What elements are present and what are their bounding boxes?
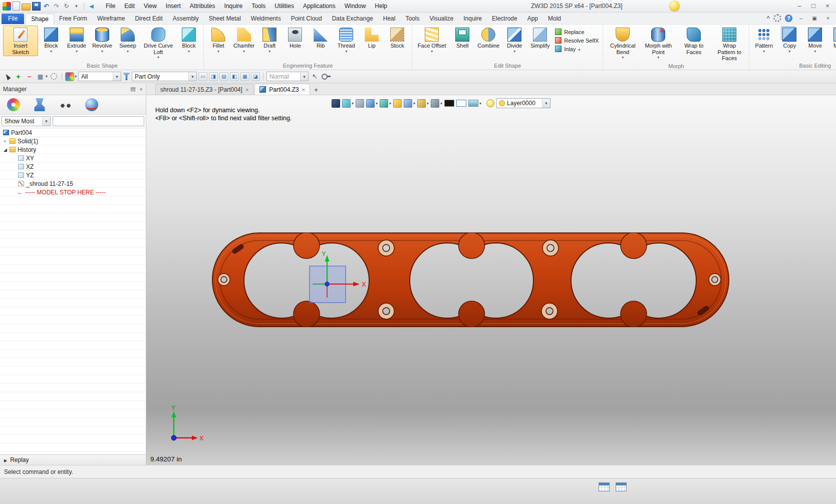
tree-item[interactable]: Part004	[0, 128, 146, 137]
sphere-icon[interactable]	[85, 98, 98, 111]
stamp-icon[interactable]	[33, 98, 46, 111]
dropdown-caret-icon[interactable]	[75, 74, 77, 79]
ribbon-tab-inquire[interactable]: Inquire	[458, 14, 487, 24]
ribbon-tab-electrode[interactable]: Electrode	[487, 14, 522, 24]
tree-item[interactable]: ←----- MODEL STOP HERE -----	[0, 188, 146, 196]
menu-view[interactable]: View	[140, 1, 161, 11]
color-filter-icon[interactable]	[65, 72, 74, 81]
viewport[interactable]: Y X Y X Hold down <F2> for dyna	[146, 95, 836, 465]
dropdown-caret-icon[interactable]	[814, 50, 816, 54]
maximize-button[interactable]: □	[807, 1, 820, 10]
dropdown-caret-icon[interactable]	[622, 56, 624, 60]
dropdown-caret-icon[interactable]	[300, 72, 308, 81]
cylindrical-bend-button[interactable]: Cylindrical Bend	[605, 26, 640, 61]
panel-menu-icon[interactable]: ▤	[130, 86, 135, 92]
extrude-button[interactable]: Extrude	[64, 26, 89, 55]
pick-arrow-icon[interactable]: ↖	[310, 72, 320, 81]
menu-edit[interactable]: Edit	[120, 1, 139, 11]
new-file-icon[interactable]	[13, 2, 20, 11]
rib-button[interactable]: Rib	[308, 26, 333, 50]
pattern-button[interactable]: Pattern	[751, 26, 776, 55]
dropdown-caret-icon[interactable]	[46, 74, 48, 79]
dropdown-caret-icon[interactable]	[763, 50, 765, 54]
lasso-icon[interactable]	[49, 72, 59, 81]
snap-plane-icon[interactable]: ▭	[198, 72, 207, 81]
close-button[interactable]: ×	[823, 15, 833, 22]
ribbon-tab-data-exchange[interactable]: Data Exchange	[327, 14, 378, 24]
block-button[interactable]: Block	[39, 26, 64, 55]
chamfer-button[interactable]: Chamfer	[231, 26, 256, 55]
dropdown-caret-icon[interactable]	[72, 2, 81, 11]
dropdown-caret-icon[interactable]	[413, 101, 415, 106]
tree-item[interactable]: _shroud 11-27-15	[0, 179, 146, 188]
ribbon-tab-app[interactable]: App	[522, 14, 543, 24]
table-icon[interactable]	[599, 482, 610, 491]
block-button[interactable]: Block	[176, 26, 201, 55]
dropdown-caret-icon[interactable]	[431, 50, 433, 54]
ribbon-tab-direct-edit[interactable]: Direct Edit	[130, 14, 167, 24]
dropdown-caret-icon[interactable]	[243, 50, 245, 54]
dropdown-caret-icon[interactable]	[157, 56, 159, 60]
new-document-tab-button[interactable]: +	[311, 84, 321, 95]
ribbon-tab-sheet-metal[interactable]: Sheet Metal	[204, 14, 246, 24]
dropdown-caret-icon[interactable]	[188, 50, 190, 54]
tree-filter-dropdown[interactable]: Show Most	[2, 116, 51, 126]
close-panel-icon[interactable]: ×	[140, 86, 143, 92]
ribbon-tab-point-cloud[interactable]: Point Cloud	[286, 14, 327, 24]
inlay-button[interactable]: Inlay	[555, 46, 599, 52]
ribbon-tab-wireframe[interactable]: Wireframe	[92, 14, 130, 24]
ribbon-tab-weldments[interactable]: Weldments	[246, 14, 286, 24]
expander-expanded-icon[interactable]: ◢	[2, 147, 9, 152]
insert-sketch-button[interactable]: Insert Sketch	[3, 26, 38, 56]
dropdown-caret-icon[interactable]	[479, 101, 481, 106]
close-tab-icon[interactable]: ×	[245, 87, 248, 93]
close-tab-icon[interactable]: ×	[302, 87, 305, 93]
view-orientation-icon[interactable]	[332, 99, 340, 108]
remove-select-icon[interactable]: −	[25, 72, 34, 81]
glasses-icon[interactable]	[59, 98, 72, 111]
dropdown-caret-icon[interactable]	[127, 50, 129, 54]
select-cursor-icon[interactable]	[3, 72, 12, 81]
dropdown-caret-icon[interactable]	[113, 72, 121, 81]
primitives-icon[interactable]	[417, 99, 426, 108]
menu-attributes[interactable]: Attributes	[186, 1, 219, 11]
scope-filter-dropdown[interactable]: Part Only	[132, 72, 197, 81]
erase-display-icon[interactable]	[356, 99, 364, 108]
wrap-to-faces-button[interactable]: Wrap to Faces	[676, 26, 711, 56]
fillet-button[interactable]: Fillet	[206, 26, 231, 55]
ribbon-tab-assembly[interactable]: Assembly	[168, 14, 204, 24]
drive-curve-loft-button[interactable]: Drive Curve Loft	[141, 26, 176, 61]
dropdown-caret-icon[interactable]	[389, 101, 391, 106]
divide-button[interactable]: Divide	[502, 26, 527, 55]
dropdown-caret-icon[interactable]	[101, 50, 103, 54]
entity-filter-dropdown[interactable]: All	[78, 72, 121, 81]
combine-button[interactable]: Combine	[475, 26, 501, 50]
dropdown-caret-icon[interactable]	[268, 50, 270, 54]
dropdown-caret-icon[interactable]	[427, 101, 429, 106]
help-icon[interactable]: ?	[785, 15, 792, 22]
dropdown-caret-icon[interactable]	[345, 50, 347, 54]
thread-button[interactable]: Thread	[334, 26, 359, 55]
viewport-canvas[interactable]: Y X Y X	[146, 95, 836, 465]
menu-utilities[interactable]: Utilities	[270, 1, 298, 11]
table-icon[interactable]	[616, 482, 627, 491]
black-color-swatch[interactable]	[444, 100, 454, 107]
shade-mode-icon[interactable]	[366, 99, 375, 108]
pick-grid-icon[interactable]: ▦	[36, 72, 45, 81]
dropdown-caret-icon[interactable]	[352, 101, 354, 106]
save-icon[interactable]	[32, 2, 41, 11]
wrap-pattern-to-faces-button[interactable]: Wrap Pattern to Faces	[712, 26, 747, 63]
app-logo-icon[interactable]	[3, 2, 11, 11]
display-settings-icon[interactable]	[431, 99, 439, 108]
dropdown-caret-icon[interactable]	[788, 50, 790, 54]
open-file-icon[interactable]	[22, 4, 31, 11]
filter-funnel-icon[interactable]	[123, 73, 130, 80]
redo-icon[interactable]	[52, 2, 61, 11]
revolve-button[interactable]: Revolve	[90, 26, 115, 55]
menu-file[interactable]: File	[102, 1, 119, 11]
simplify-button[interactable]: Simplify	[527, 26, 552, 50]
document-tab[interactable]: Part004.Z3×	[254, 84, 310, 95]
ribbon-tab-file[interactable]: File	[2, 14, 24, 24]
dropdown-caret-icon[interactable]	[657, 56, 659, 60]
add-select-icon[interactable]: +	[14, 72, 23, 81]
